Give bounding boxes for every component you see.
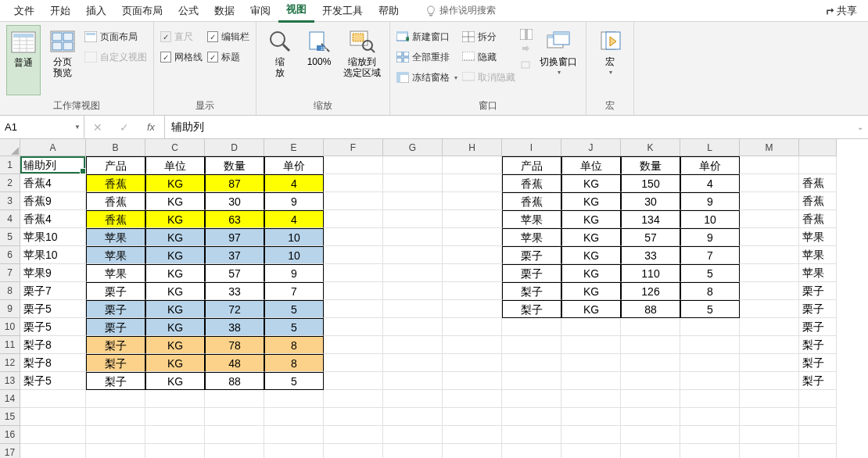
column-header[interactable]: J [561,139,621,156]
cell[interactable]: 香蕉 [86,192,145,210]
cell[interactable] [561,354,621,372]
cell[interactable]: 梨子8 [20,354,86,372]
cell[interactable] [621,318,680,336]
cell[interactable] [561,426,621,444]
cell[interactable] [740,336,799,354]
cell[interactable]: 5 [680,264,740,282]
cell[interactable] [740,372,799,390]
row-header[interactable]: 15 [0,408,20,426]
row-header[interactable]: 2 [0,174,20,192]
cell[interactable] [264,444,324,458]
share-button[interactable]: 共享 [820,4,862,18]
cell[interactable] [443,318,502,336]
sync-scroll-icon[interactable] [520,44,533,56]
column-header[interactable]: I [502,139,561,156]
cell[interactable]: 4 [264,174,324,192]
cell[interactable] [264,390,324,408]
cell[interactable] [145,390,205,408]
row-header[interactable]: 11 [0,336,20,354]
cell[interactable]: 梨子5 [20,372,86,390]
cell[interactable]: KG [145,354,205,372]
cell[interactable] [324,390,383,408]
zoom-button[interactable]: 缩 放 [263,25,297,95]
tab-page-layout[interactable]: 页面布局 [114,0,170,22]
cell[interactable]: 苹果 [502,210,561,228]
zoom-100-button[interactable]: 100 100% [302,25,336,95]
cell[interactable]: 香蕉 [86,210,145,228]
cell[interactable] [383,426,443,444]
cell[interactable] [324,372,383,390]
tell-me-search[interactable]: 操作说明搜索 [421,4,500,17]
cell[interactable]: 栗子 [502,264,561,282]
column-header[interactable]: K [621,139,680,156]
cell[interactable]: 梨子8 [20,336,86,354]
cell[interactable]: 栗子 [799,318,837,336]
cell[interactable] [264,426,324,444]
cell[interactable]: 产品 [502,156,561,174]
cell[interactable]: 栗子 [86,318,145,336]
cell[interactable] [20,426,86,444]
cell[interactable] [443,228,502,246]
cell[interactable]: 梨子 [799,354,837,372]
cell[interactable]: 辅助列 [20,156,86,174]
cell[interactable]: 苹果 [86,246,145,264]
cell[interactable]: 9 [264,192,324,210]
cell[interactable]: 单位 [561,156,621,174]
cell[interactable]: 7 [264,282,324,300]
cell[interactable]: 香蕉 [86,174,145,192]
cell[interactable] [740,246,799,264]
cell[interactable] [443,264,502,282]
cell[interactable]: 126 [621,282,680,300]
cell[interactable]: 57 [205,264,264,282]
row-header[interactable]: 17 [0,444,20,458]
cell[interactable]: KG [145,282,205,300]
cell[interactable]: 9 [680,192,740,210]
column-header[interactable]: A [20,139,86,156]
formula-bar-checkbox[interactable]: 编辑栏 [207,28,249,45]
column-header[interactable]: C [145,139,205,156]
select-all-corner[interactable] [0,139,20,156]
row-header[interactable]: 6 [0,246,20,264]
row-header[interactable]: 16 [0,426,20,444]
cell[interactable] [443,282,502,300]
enter-formula-button[interactable]: ✓ [111,116,138,138]
cell[interactable]: 数量 [205,156,264,174]
cell[interactable]: 63 [205,210,264,228]
cell[interactable] [86,426,145,444]
cell[interactable]: 10 [264,246,324,264]
cell[interactable]: 37 [205,246,264,264]
cell[interactable]: 苹果 [799,264,837,282]
cell[interactable]: 5 [264,318,324,336]
cell[interactable] [799,426,837,444]
cell[interactable]: KG [561,210,621,228]
cell[interactable]: 梨子 [86,336,145,354]
cell[interactable]: 88 [621,300,680,318]
cell[interactable] [383,336,443,354]
cell[interactable] [502,336,561,354]
cell[interactable]: 香蕉4 [20,210,86,228]
cell[interactable]: 57 [621,228,680,246]
column-header[interactable]: L [680,139,740,156]
page-break-button[interactable]: 分页 预览 [45,25,80,95]
cell[interactable] [740,426,799,444]
cell[interactable]: 88 [205,372,264,390]
cell[interactable] [383,210,443,228]
new-window-button[interactable]: ✱ 新建窗口 [396,28,457,45]
cell[interactable] [86,444,145,458]
cell[interactable] [145,408,205,426]
cell[interactable] [383,354,443,372]
cell[interactable]: 梨子 [86,354,145,372]
cell[interactable] [383,282,443,300]
cell[interactable]: 香蕉 [502,174,561,192]
cell[interactable] [740,156,799,174]
cell[interactable]: 香蕉9 [20,192,86,210]
cell[interactable]: 苹果 [799,246,837,264]
column-header[interactable]: G [383,139,443,156]
cell[interactable]: 8 [680,282,740,300]
cell[interactable] [324,426,383,444]
cell[interactable]: 87 [205,174,264,192]
cell[interactable] [740,390,799,408]
cell[interactable] [324,174,383,192]
arrange-all-button[interactable]: 全部重排 [396,48,457,66]
cell[interactable] [20,408,86,426]
